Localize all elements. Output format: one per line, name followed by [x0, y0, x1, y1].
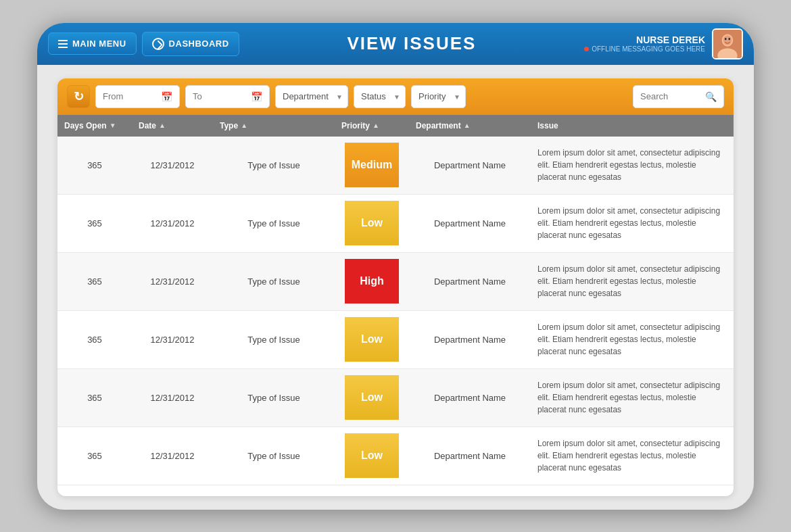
table-row[interactable]: 365 12/31/2012 Type of Issue Medium Depa…: [57, 137, 734, 195]
cell-issue: Lorem ipsum dolor sit amet, consectetur …: [531, 311, 734, 368]
department-select[interactable]: Department: [275, 85, 348, 108]
to-calendar-icon: 📅: [251, 91, 262, 102]
user-status: OFFLINE MESSAGING GOES HERE: [584, 45, 705, 53]
from-calendar-icon: 📅: [161, 91, 172, 102]
cell-date: 12/31/2012: [132, 427, 213, 485]
cell-days-open: 365: [57, 253, 132, 310]
cell-department: Department Name: [409, 427, 531, 485]
main-menu-button[interactable]: MAIN MENU: [48, 32, 137, 55]
cell-priority: Low: [335, 427, 409, 485]
col-issue: Issue: [531, 115, 734, 137]
col-date[interactable]: Date ▲: [132, 115, 213, 137]
priority-badge: High: [345, 259, 399, 304]
cell-type: Type of Issue: [213, 253, 335, 310]
col-type-label: Type: [220, 121, 238, 130]
cell-date: 12/31/2012: [132, 369, 213, 427]
user-status-text: OFFLINE MESSAGING GOES HERE: [592, 45, 705, 53]
cell-department: Department Name: [409, 195, 531, 252]
cell-department: Department Name: [409, 253, 531, 310]
cell-days-open: 365: [57, 137, 132, 194]
cell-days-open: 365: [57, 427, 132, 485]
table-header: Days Open ▼ Date ▲ Type ▲ Priority ▲ Dep…: [57, 115, 734, 137]
avatar-image: [713, 30, 742, 58]
priority-badge: Low: [345, 201, 399, 245]
col-days-open-sort: ▼: [110, 122, 116, 129]
cell-date: 12/31/2012: [132, 195, 213, 252]
priority-badge: Low: [345, 375, 399, 420]
status-dot: [584, 47, 589, 51]
cell-date: 12/31/2012: [132, 311, 213, 368]
col-type-sort: ▲: [241, 122, 247, 129]
col-priority-sort: ▲: [373, 122, 379, 129]
cell-priority: Low: [335, 369, 409, 427]
topbar-right: NURSE DEREK OFFLINE MESSAGING GOES HERE: [584, 28, 743, 59]
from-date-input[interactable]: [103, 91, 157, 101]
device-frame: MAIN MENU DASHBOARD VIEW ISSUES NURSE DE…: [37, 23, 754, 510]
col-date-sort: ▲: [159, 122, 166, 129]
from-date-field[interactable]: 📅: [95, 85, 180, 108]
cell-type: Type of Issue: [213, 195, 335, 252]
cell-priority: Medium: [335, 137, 409, 194]
col-days-open-label: Days Open: [64, 121, 107, 130]
dashboard-label: DASHBOARD: [169, 39, 229, 49]
cell-priority: High: [335, 253, 409, 310]
cell-department: Department Name: [409, 311, 531, 368]
topbar-left: MAIN MENU DASHBOARD: [48, 32, 239, 56]
col-department[interactable]: Department ▲: [409, 115, 531, 137]
table-row[interactable]: 365 12/31/2012 Type of Issue Low Departm…: [57, 311, 734, 369]
search-input[interactable]: [640, 91, 701, 101]
main-content: ↻ 📅 📅 Department Status: [37, 65, 754, 510]
cell-department: Department Name: [409, 369, 531, 427]
status-select[interactable]: Status: [354, 85, 406, 108]
col-type[interactable]: Type ▲: [213, 115, 335, 137]
cell-issue: Lorem ipsum dolor sit amet, consectetur …: [531, 253, 734, 310]
col-department-sort: ▲: [464, 122, 471, 129]
priority-badge: Low: [345, 433, 399, 478]
topbar: MAIN MENU DASHBOARD VIEW ISSUES NURSE DE…: [37, 23, 754, 65]
cell-type: Type of Issue: [213, 369, 335, 427]
refresh-button[interactable]: ↻: [67, 85, 90, 108]
cell-issue: Lorem ipsum dolor sit amet, consectetur …: [531, 137, 734, 194]
svg-point-5: [728, 37, 730, 40]
issues-panel: ↻ 📅 📅 Department Status: [57, 78, 734, 496]
user-name: NURSE DEREK: [584, 34, 705, 45]
filter-bar: ↻ 📅 📅 Department Status: [57, 78, 734, 115]
table-row[interactable]: 365 12/31/2012 Type of Issue High Depart…: [57, 253, 734, 311]
avatar: [712, 28, 743, 59]
priority-select[interactable]: Priority: [411, 85, 466, 108]
refresh-icon: ↻: [74, 89, 84, 104]
cell-type: Type of Issue: [213, 137, 335, 194]
main-menu-label: MAIN MENU: [72, 39, 126, 49]
user-info: NURSE DEREK OFFLINE MESSAGING GOES HERE: [584, 34, 705, 53]
to-date-input[interactable]: [193, 91, 247, 101]
dashboard-icon: [152, 38, 164, 50]
col-priority[interactable]: Priority ▲: [335, 115, 409, 137]
priority-badge: Medium: [345, 143, 399, 187]
col-days-open[interactable]: Days Open ▼: [57, 115, 132, 137]
search-box[interactable]: 🔍: [633, 85, 724, 108]
cell-days-open: 365: [57, 195, 132, 252]
table-row[interactable]: 365 12/31/2012 Type of Issue Low Departm…: [57, 369, 734, 427]
page-title: VIEW ISSUES: [239, 33, 585, 54]
cell-days-open: 365: [57, 369, 132, 427]
cell-issue: Lorem ipsum dolor sit amet, consectetur …: [531, 369, 734, 427]
dashboard-button[interactable]: DASHBOARD: [142, 32, 239, 56]
col-priority-label: Priority: [341, 121, 370, 130]
to-date-field[interactable]: 📅: [185, 85, 270, 108]
department-select-wrapper: Department: [275, 85, 348, 108]
col-issue-label: Issue: [537, 121, 558, 130]
priority-badge: Low: [345, 317, 399, 362]
cell-priority: Low: [335, 311, 409, 368]
table-row[interactable]: 365 12/31/2012 Type of Issue Low Departm…: [57, 195, 734, 253]
cell-issue: Lorem ipsum dolor sit amet, consectetur …: [531, 427, 734, 485]
cell-type: Type of Issue: [213, 427, 335, 485]
table-body: 365 12/31/2012 Type of Issue Medium Depa…: [57, 137, 734, 496]
col-department-label: Department: [416, 121, 461, 130]
cell-days-open: 365: [57, 311, 132, 368]
cell-issue: Lorem ipsum dolor sit amet, consectetur …: [531, 195, 734, 252]
cell-date: 12/31/2012: [132, 137, 213, 194]
cell-type: Type of Issue: [213, 311, 335, 368]
table-row[interactable]: 365 12/31/2012 Type of Issue Low Departm…: [57, 427, 734, 485]
cell-department: Department Name: [409, 137, 531, 194]
cell-priority: Low: [335, 195, 409, 252]
